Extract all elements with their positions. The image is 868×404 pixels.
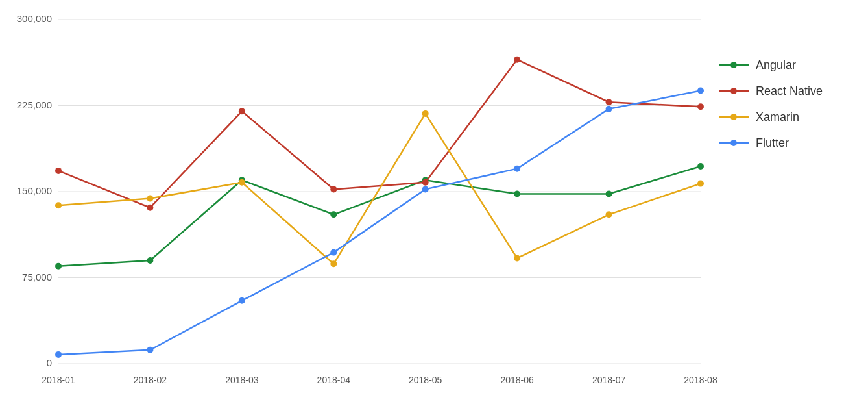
flutter-dot-6	[606, 106, 612, 112]
react-native-dot-6	[606, 99, 612, 105]
angular-dot-0	[55, 263, 62, 270]
react-native-dot-2	[239, 108, 245, 114]
x-label-7: 2018-08	[684, 375, 717, 385]
react-native-dot-7	[697, 103, 704, 110]
angular-dot-6	[606, 191, 612, 197]
x-label-2: 2018-03	[225, 375, 259, 385]
xamarin-dot-3	[330, 260, 337, 267]
flutter-dot-7	[697, 88, 704, 94]
legend-react-native-label: React Native	[756, 84, 823, 97]
flutter-dot-0	[55, 351, 62, 358]
xamarin-dot-2	[239, 179, 245, 186]
x-label-0: 2018-01	[42, 375, 75, 385]
x-label-1: 2018-02	[134, 375, 167, 385]
y-label-225k: 225,000	[17, 99, 52, 110]
flutter-line	[58, 91, 701, 355]
angular-dot-7	[697, 163, 704, 170]
xamarin-dot-0	[55, 202, 62, 208]
react-native-dot-0	[55, 168, 62, 174]
xamarin-dot-4	[422, 110, 429, 117]
x-label-5: 2018-06	[500, 375, 534, 385]
flutter-dot-1	[147, 347, 153, 353]
react-native-dot-5	[514, 57, 520, 63]
xamarin-dot-1	[147, 196, 153, 202]
react-native-dot-1	[147, 205, 153, 211]
flutter-dot-5	[514, 166, 520, 172]
y-label-150k: 150,000	[17, 185, 52, 196]
legend-xamarin-dot	[730, 114, 737, 120]
legend-react-native-dot	[730, 88, 737, 94]
angular-dot-1	[147, 257, 153, 264]
flutter-dot-3	[330, 249, 337, 256]
xamarin-dot-5	[514, 255, 520, 262]
x-label-6: 2018-07	[592, 375, 626, 385]
xamarin-line	[58, 114, 701, 264]
flutter-dot-4	[422, 186, 429, 192]
react-native-dot-3	[330, 186, 337, 192]
xamarin-dot-7	[697, 181, 704, 187]
y-label-75k: 75,000	[22, 271, 52, 283]
x-label-4: 2018-05	[409, 375, 442, 385]
y-label-0: 0	[47, 357, 52, 368]
xamarin-dot-6	[606, 211, 612, 218]
legend-angular-dot	[730, 62, 737, 68]
react-native-line	[58, 60, 701, 208]
flutter-dot-2	[239, 297, 245, 304]
chart-container: 300,000 225,000 150,000 75,000 0 2018-01…	[0, 0, 868, 404]
angular-dot-5	[514, 191, 520, 197]
legend-angular-label: Angular	[756, 58, 796, 71]
legend-xamarin-label: Xamarin	[756, 110, 799, 123]
x-label-3: 2018-04	[317, 375, 351, 385]
legend-flutter-label: Flutter	[756, 136, 789, 149]
legend-flutter-dot	[730, 140, 737, 146]
y-label-300k: 300,000	[17, 13, 52, 24]
angular-dot-3	[330, 211, 337, 218]
react-native-dot-4	[422, 179, 429, 186]
line-chart: 300,000 225,000 150,000 75,000 0 2018-01…	[0, 0, 868, 404]
